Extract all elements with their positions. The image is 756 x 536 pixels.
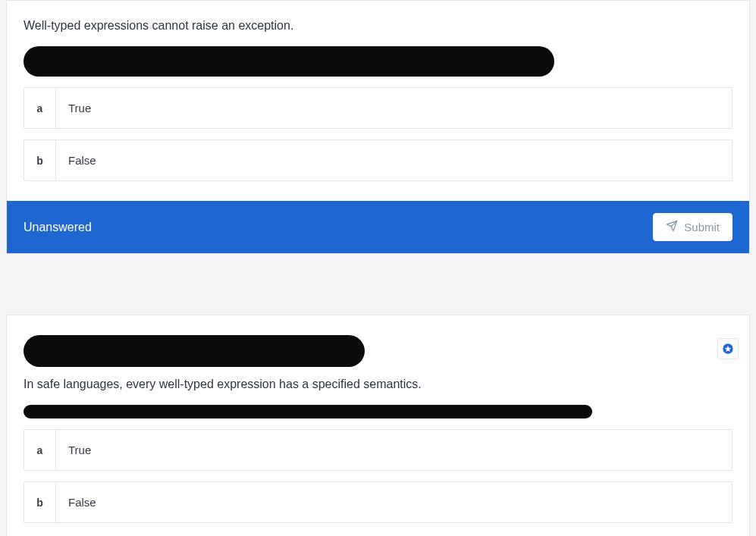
- question-body: Well-typed expressions cannot raise an e…: [7, 1, 749, 201]
- option-a[interactable]: a True: [24, 429, 732, 471]
- bookmark-star-button[interactable]: [717, 338, 739, 359]
- option-b[interactable]: b False: [24, 481, 732, 523]
- question-prompt: In safe languages, every well-typed expr…: [24, 378, 732, 391]
- options-list: a True b False: [24, 429, 732, 523]
- options-list: a True b False: [24, 87, 732, 181]
- question-footer: Unanswered Submit: [7, 201, 749, 253]
- option-text: True: [56, 430, 732, 470]
- option-text: True: [56, 88, 732, 128]
- redaction-mark: [24, 405, 592, 418]
- question-card: In safe languages, every well-typed expr…: [6, 315, 750, 536]
- option-text: False: [56, 140, 732, 180]
- option-text: False: [56, 482, 732, 522]
- option-letter: a: [24, 88, 56, 128]
- option-b[interactable]: b False: [24, 139, 732, 181]
- paper-plane-icon: [666, 220, 678, 234]
- redaction-mark: [24, 335, 365, 367]
- submit-button[interactable]: Submit: [653, 213, 732, 241]
- option-letter: a: [24, 430, 56, 470]
- option-a[interactable]: a True: [24, 87, 732, 129]
- star-icon: [722, 343, 734, 355]
- redaction-mark: [24, 46, 554, 77]
- question-prompt: Well-typed expressions cannot raise an e…: [24, 19, 732, 33]
- answer-status: Unanswered: [24, 221, 92, 234]
- question-card: Well-typed expressions cannot raise an e…: [6, 0, 750, 254]
- submit-button-label: Submit: [684, 221, 720, 234]
- question-body: In safe languages, every well-typed expr…: [7, 315, 749, 536]
- option-letter: b: [24, 482, 56, 522]
- option-letter: b: [24, 140, 56, 180]
